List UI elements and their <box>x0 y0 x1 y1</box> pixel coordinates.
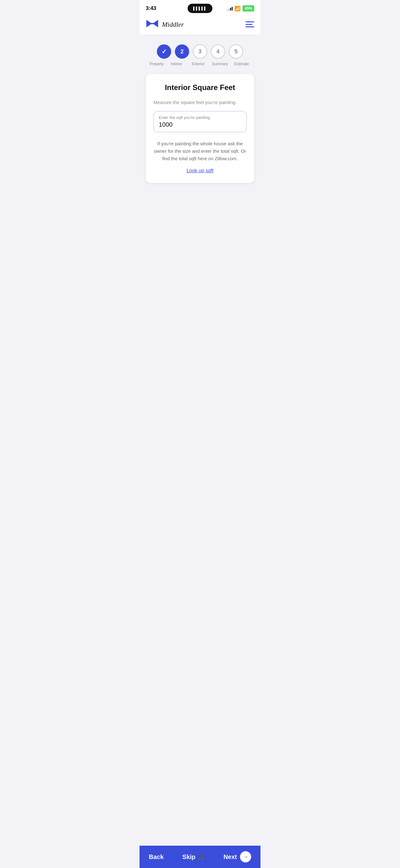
step-label-exterior: Exterior <box>187 62 209 66</box>
nav-bar: Middler <box>139 16 261 35</box>
status-icons: 📶 45% <box>227 5 254 11</box>
menu-button[interactable] <box>245 22 254 27</box>
step-label-interior: Interior <box>166 62 187 66</box>
step-label-property: Property <box>147 62 166 66</box>
status-time: 3:43 <box>146 5 156 11</box>
progress-steps: ✓ 2 3 4 5 Property Interior Exterior Sum… <box>146 44 254 66</box>
hint-text: If you're painting the whole house ask t… <box>154 140 246 162</box>
step-1-property[interactable]: ✓ <box>157 44 171 59</box>
sqft-input-container[interactable]: Enter the sqft you're painting 1000 <box>154 111 246 132</box>
battery-indicator: 45% <box>242 5 254 11</box>
wifi-icon: 📶 <box>234 6 241 11</box>
logo-icon <box>146 19 159 30</box>
status-bar: 3:43 ▌▌▌▌▌ 📶 45% <box>139 0 261 16</box>
logo-area: Middler <box>146 19 184 30</box>
step-labels: Property Interior Exterior Summary Estim… <box>147 62 253 66</box>
main-content: ✓ 2 3 4 5 Property Interior Exterior Sum… <box>139 35 261 189</box>
interior-sqft-card: Interior Square Feet Measure the square … <box>146 74 254 183</box>
card-title: Interior Square Feet <box>154 83 246 92</box>
step-5-estimate[interactable]: 5 <box>229 44 243 59</box>
card-subtitle: Measure the square feet you're painting. <box>154 100 246 105</box>
lookup-sqft-link[interactable]: Look up sqft <box>154 168 246 174</box>
step-3-exterior[interactable]: 3 <box>193 44 207 59</box>
check-icon: ✓ <box>162 48 167 55</box>
camera-pill: ▌▌▌▌▌ <box>188 4 212 13</box>
step-2-interior[interactable]: 2 <box>175 44 189 59</box>
input-label: Enter the sqft you're painting <box>159 115 241 120</box>
step-label-estimate: Estimate <box>231 62 253 66</box>
step-label-summary: Summary <box>209 62 231 66</box>
sqft-input-value[interactable]: 1000 <box>159 121 241 128</box>
step-4-summary[interactable]: 4 <box>211 44 225 59</box>
logo-text: Middler <box>162 21 184 29</box>
signal-bars <box>227 6 233 10</box>
